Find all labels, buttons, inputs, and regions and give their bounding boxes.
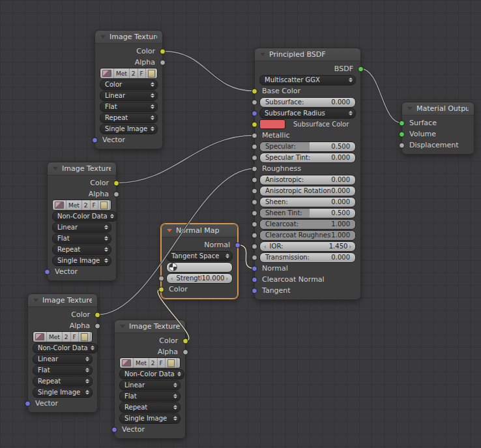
dropdown-projection[interactable]: Flat [52, 233, 111, 244]
dropdown-extension[interactable]: Repeat [119, 402, 181, 413]
image-fake-user-button[interactable]: F [138, 68, 146, 78]
decrement-arrow-icon[interactable]: ‹ [263, 242, 268, 251]
alpha-output-socket[interactable] [160, 59, 166, 65]
dropdown-interpolation[interactable]: Linear [119, 380, 181, 391]
subsurface-color-input-socket[interactable] [252, 121, 257, 127]
normal-output-socket[interactable] [235, 242, 241, 248]
node-image-texture-2[interactable]: Image TextureColorAlphaMet2F✕Non-Color D… [47, 162, 117, 281]
dropdown-extension[interactable]: Repeat [100, 113, 158, 123]
specular-tint-input-socket[interactable] [252, 155, 257, 160]
node-header[interactable]: Image Texture [95, 31, 162, 44]
collapse-triangle-icon[interactable] [120, 325, 125, 328]
node-normal-map[interactable]: Normal MapNormalTangent Space‹Strength:1… [161, 224, 238, 299]
image-browse-button[interactable] [33, 332, 47, 342]
node-principled-bsdf[interactable]: Principled BSDFBSDFMultiscatter GGXBase … [254, 48, 361, 300]
image-name-button[interactable]: Met [134, 358, 149, 368]
image-name-button[interactable]: Met [47, 332, 63, 342]
color-input-socket[interactable] [158, 286, 164, 292]
sheen-input-socket[interactable] [252, 199, 257, 205]
color-output-socket[interactable] [182, 338, 188, 344]
color-output-socket[interactable] [160, 48, 166, 54]
alpha-output-socket[interactable] [182, 349, 188, 355]
anisotropic-rotation-input-socket[interactable] [252, 188, 257, 194]
subsurface-input-socket[interactable] [252, 99, 257, 105]
dropdown-interpolation[interactable]: Linear [52, 222, 111, 233]
dropdown-source[interactable]: Single Image [52, 256, 111, 266]
dropdown-subsurface-radius[interactable]: Subsurface Radius [259, 108, 356, 119]
volume-input-socket[interactable] [399, 131, 405, 137]
color-output-socket[interactable] [95, 312, 100, 318]
node-header[interactable]: Material Output [402, 102, 474, 115]
dropdown-color-space[interactable]: Non-Color Data [119, 369, 184, 380]
vector-input-socket[interactable] [92, 137, 98, 143]
uv-map-field[interactable] [166, 262, 233, 273]
node-header[interactable]: Image Texture [115, 320, 185, 333]
subsurface-color-swatch[interactable] [259, 119, 285, 129]
clearcoat-normal-input-socket[interactable] [252, 276, 257, 282]
slider-anisotropic[interactable]: Anisotropic:0.000 [259, 175, 356, 185]
slider-clearcoat-roughness[interactable]: Clearcoat Roughness:1.000 [259, 230, 356, 241]
dropdown-source[interactable]: Single Image [33, 387, 93, 398]
image-unlink-button[interactable]: ✕ [177, 358, 181, 368]
slider-anisotropic-rotation[interactable]: Anisotropic Rotation:0.000 [259, 186, 356, 196]
tangent-input-socket[interactable] [252, 288, 257, 293]
alpha-output-socket[interactable] [113, 191, 119, 197]
dropdown-color-space[interactable]: Color [100, 80, 158, 90]
dropdown-projection[interactable]: Flat [119, 391, 181, 402]
ior-input-socket[interactable] [252, 243, 257, 249]
image-users-button[interactable]: 2 [149, 358, 158, 368]
image-fake-user-button[interactable]: F [158, 358, 166, 368]
image-browse-button[interactable] [53, 200, 66, 210]
displacement-input-socket[interactable] [399, 142, 405, 148]
collapse-triangle-icon[interactable] [33, 299, 38, 302]
dropdown-extension[interactable]: Repeat [33, 376, 93, 387]
clearcoat-roughness-input-socket[interactable] [252, 232, 257, 238]
node-editor-canvas[interactable]: Image TextureColorAlphaMet2F✕ColorLinear… [0, 0, 481, 448]
increment-arrow-icon[interactable]: › [347, 242, 353, 251]
image-new-button[interactable] [146, 68, 158, 78]
alpha-output-socket[interactable] [95, 323, 100, 329]
collapse-triangle-icon[interactable] [260, 53, 265, 56]
anisotropic-input-socket[interactable] [252, 177, 257, 183]
color-output-socket[interactable] [113, 180, 119, 186]
number-field-strength[interactable]: ‹Strength:10.000› [166, 273, 233, 284]
decrement-arrow-icon[interactable]: ‹ [169, 274, 175, 283]
metallic-input-socket[interactable] [252, 132, 257, 138]
dropdown-color-space[interactable]: Non-Color Data [52, 211, 117, 222]
roughness-input-socket[interactable] [252, 166, 257, 172]
slider-sheen[interactable]: Sheen:0.000 [259, 197, 356, 207]
slider-specular-tint[interactable]: Specular Tint:0.000 [259, 153, 356, 163]
image-fake-user-button[interactable]: F [71, 332, 79, 342]
image-users-button[interactable]: 2 [82, 200, 91, 210]
dropdown-source[interactable]: Single Image [119, 413, 181, 424]
node-header[interactable]: Image Texture [48, 162, 116, 175]
increment-arrow-icon[interactable]: › [224, 274, 229, 283]
collapse-triangle-icon[interactable] [53, 167, 58, 170]
surface-input-socket[interactable] [399, 120, 405, 126]
specular-input-socket[interactable] [252, 143, 257, 149]
slider-specular[interactable]: Specular:0.500 [259, 142, 356, 152]
image-fake-user-button[interactable]: F [91, 200, 98, 210]
dropdown-extension[interactable]: Repeat [52, 245, 111, 255]
collapse-triangle-icon[interactable] [100, 35, 106, 38]
node-image-texture-1[interactable]: Image TextureColorAlphaMet2F✕ColorLinear… [95, 30, 163, 149]
image-name-button[interactable]: Met [114, 68, 130, 78]
bsdf-output-socket[interactable] [358, 66, 364, 72]
number-field-ior[interactable]: ‹IOR:1.450› [259, 241, 356, 252]
image-name-button[interactable]: Met [66, 200, 82, 210]
clearcoat-input-socket[interactable] [252, 221, 257, 227]
vector-input-socket[interactable] [111, 426, 117, 432]
image-browse-button[interactable] [100, 68, 114, 78]
node-image-texture-3[interactable]: Image TextureColorAlphaMet2F✕Non-Color D… [27, 293, 98, 413]
slider-subsurface[interactable]: Subsurface:0.000 [259, 97, 356, 108]
image-users-button[interactable]: 2 [63, 332, 71, 342]
dropdown-projection[interactable]: Flat [100, 102, 158, 112]
dropdown-source[interactable]: Single Image [100, 124, 158, 134]
node-image-texture-4[interactable]: Image TextureColorAlphaMet2F✕Non-Color D… [114, 320, 186, 439]
sheen-tint-input-socket[interactable] [252, 210, 257, 216]
node-material-output[interactable]: Material OutputSurfaceVolumeDisplacement [401, 102, 474, 155]
image-users-button[interactable]: 2 [130, 68, 138, 78]
dropdown-space[interactable]: Tangent Space [166, 251, 233, 261]
base-color-input-socket[interactable] [252, 88, 257, 94]
collapse-triangle-icon[interactable] [407, 107, 413, 110]
